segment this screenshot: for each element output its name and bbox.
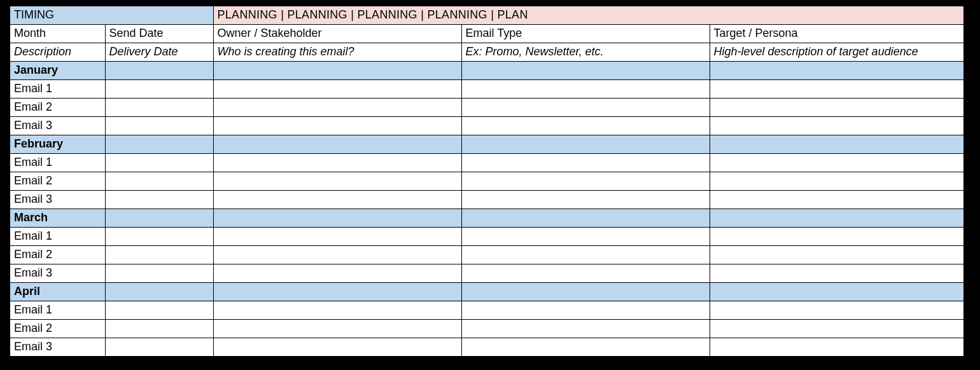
section-header-planning: PLANNING | PLANNING | PLANNING | PLANNIN…: [213, 6, 964, 25]
table-row: Email 1: [10, 228, 964, 246]
table-row: Email 2: [10, 320, 964, 338]
cell-empty[interactable]: [710, 209, 964, 228]
cell-etype[interactable]: [461, 264, 710, 283]
cell-send[interactable]: [105, 99, 213, 117]
cell-target[interactable]: [710, 191, 964, 209]
row-label: Email 3: [10, 338, 105, 357]
cell-target[interactable]: [710, 338, 964, 357]
cell-etype[interactable]: [461, 117, 710, 135]
cell-send[interactable]: [105, 117, 213, 135]
description-row: Description Delivery Date Who is creatin…: [10, 43, 964, 62]
cell-empty[interactable]: [461, 135, 710, 154]
col-header-month: Month: [10, 25, 105, 43]
cell-target[interactable]: [710, 264, 964, 283]
month-row-january: January: [10, 62, 964, 80]
cell-empty[interactable]: [105, 62, 213, 80]
section-header-row: TIMING PLANNING | PLANNING | PLANNING | …: [10, 6, 964, 25]
cell-target[interactable]: [710, 320, 964, 338]
desc-month: Description: [10, 43, 105, 62]
cell-target[interactable]: [710, 228, 964, 246]
table-row: Email 2: [10, 99, 964, 117]
desc-target: High-level description of target audienc…: [710, 43, 964, 62]
cell-empty[interactable]: [710, 135, 964, 154]
cell-send[interactable]: [105, 246, 213, 264]
cell-send[interactable]: [105, 301, 213, 320]
cell-etype[interactable]: [461, 320, 710, 338]
planning-calendar-table[interactable]: TIMING PLANNING | PLANNING | PLANNING | …: [9, 5, 965, 357]
cell-empty[interactable]: [710, 283, 964, 301]
cell-empty[interactable]: [461, 62, 710, 80]
section-header-timing: TIMING: [10, 6, 213, 25]
cell-etype[interactable]: [461, 99, 710, 117]
table-row: Email 3: [10, 264, 964, 283]
cell-owner[interactable]: [213, 172, 461, 191]
row-label: Email 1: [10, 154, 105, 172]
cell-empty[interactable]: [213, 283, 461, 301]
cell-target[interactable]: [710, 246, 964, 264]
cell-empty[interactable]: [710, 62, 964, 80]
desc-etype: Ex: Promo, Newsletter, etc.: [461, 43, 710, 62]
month-label: April: [10, 283, 105, 301]
row-label: Email 3: [10, 191, 105, 209]
cell-target[interactable]: [710, 80, 964, 99]
cell-empty[interactable]: [461, 209, 710, 228]
cell-send[interactable]: [105, 264, 213, 283]
cell-owner[interactable]: [213, 117, 461, 135]
cell-etype[interactable]: [461, 246, 710, 264]
table-row: Email 1: [10, 301, 964, 320]
cell-target[interactable]: [710, 154, 964, 172]
table-row: Email 3: [10, 117, 964, 135]
cell-owner[interactable]: [213, 191, 461, 209]
cell-empty[interactable]: [105, 283, 213, 301]
cell-etype[interactable]: [461, 172, 710, 191]
cell-empty[interactable]: [105, 209, 213, 228]
col-header-send: Send Date: [105, 25, 213, 43]
cell-owner[interactable]: [213, 320, 461, 338]
row-label: Email 2: [10, 172, 105, 191]
cell-etype[interactable]: [461, 338, 710, 357]
cell-empty[interactable]: [213, 135, 461, 154]
cell-target[interactable]: [710, 117, 964, 135]
cell-owner[interactable]: [213, 99, 461, 117]
cell-target[interactable]: [710, 301, 964, 320]
table-row: Email 1: [10, 154, 964, 172]
cell-owner[interactable]: [213, 338, 461, 357]
cell-etype[interactable]: [461, 228, 710, 246]
row-label: Email 3: [10, 117, 105, 135]
cell-etype[interactable]: [461, 80, 710, 99]
cell-empty[interactable]: [105, 135, 213, 154]
cell-owner[interactable]: [213, 228, 461, 246]
cell-owner[interactable]: [213, 301, 461, 320]
cell-target[interactable]: [710, 99, 964, 117]
table-row: Email 3: [10, 191, 964, 209]
row-label: Email 2: [10, 320, 105, 338]
row-label: Email 3: [10, 264, 105, 283]
cell-owner[interactable]: [213, 80, 461, 99]
cell-owner[interactable]: [213, 264, 461, 283]
cell-empty[interactable]: [213, 62, 461, 80]
cell-empty[interactable]: [213, 209, 461, 228]
row-label: Email 2: [10, 99, 105, 117]
cell-etype[interactable]: [461, 191, 710, 209]
cell-send[interactable]: [105, 80, 213, 99]
cell-send[interactable]: [105, 338, 213, 357]
table-row: Email 3: [10, 338, 964, 357]
row-label: Email 1: [10, 301, 105, 320]
cell-owner[interactable]: [213, 154, 461, 172]
cell-owner[interactable]: [213, 246, 461, 264]
month-label: January: [10, 62, 105, 80]
cell-send[interactable]: [105, 154, 213, 172]
row-label: Email 1: [10, 228, 105, 246]
cell-target[interactable]: [710, 172, 964, 191]
col-header-etype: Email Type: [461, 25, 710, 43]
column-header-row: Month Send Date Owner / Stakeholder Emai…: [10, 25, 964, 43]
cell-send[interactable]: [105, 172, 213, 191]
cell-send[interactable]: [105, 191, 213, 209]
cell-send[interactable]: [105, 228, 213, 246]
cell-etype[interactable]: [461, 301, 710, 320]
cell-etype[interactable]: [461, 154, 710, 172]
table-row: Email 2: [10, 172, 964, 191]
cell-send[interactable]: [105, 320, 213, 338]
cell-empty[interactable]: [461, 283, 710, 301]
col-header-owner: Owner / Stakeholder: [213, 25, 461, 43]
